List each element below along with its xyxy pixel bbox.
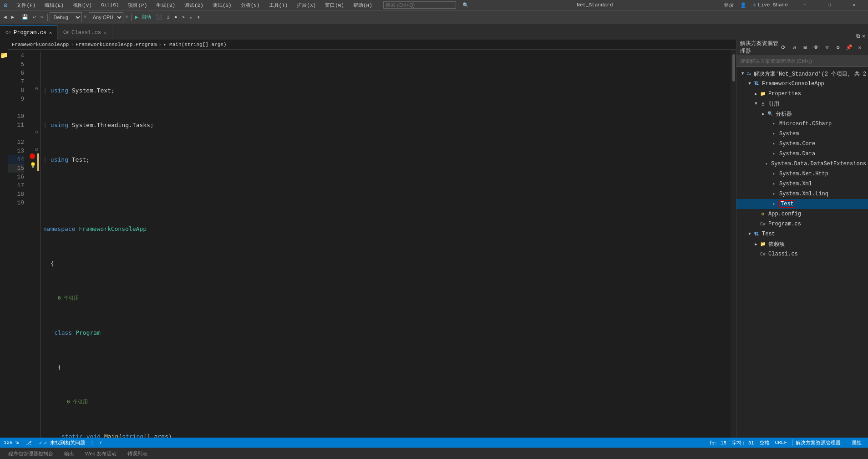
tab-close-program-cs[interactable]: ✕ — [49, 30, 52, 36]
activity-explorer-icon[interactable]: 📁 — [0, 51, 8, 59]
project-test[interactable]: ▼ 🏗 Test — [736, 229, 868, 239]
toolbar-undo[interactable]: ↩ — [31, 12, 38, 22]
fold-10[interactable]: ⊟ — [35, 129, 38, 135]
toolbar-save-all[interactable]: 💾 — [20, 12, 30, 22]
search-input[interactable] — [383, 1, 456, 9]
tree-system-xml-linq[interactable]: ▪ System.Xml.Linq — [736, 189, 868, 199]
breadcrumb-file[interactable]: FrameworkConsoleApp.Program — [76, 42, 157, 47]
menu-extensions[interactable]: 扩展(X) — [295, 2, 318, 9]
status-space[interactable]: 空格 — [760, 439, 770, 446]
fold-12[interactable]: ⊟ — [35, 147, 38, 152]
menu-file[interactable]: 文件(F) — [15, 2, 37, 9]
tree-system-core[interactable]: ▪ System.Core — [736, 139, 868, 149]
se-btn-props[interactable]: ⚙ — [833, 43, 843, 52]
properties-tab-btn[interactable]: 属性 — [849, 439, 864, 446]
menu-build[interactable]: 生成(B) — [154, 2, 177, 9]
tree-system-xml[interactable]: ▪ System.Xml — [736, 179, 868, 189]
toolbar-bp[interactable]: ● — [173, 12, 179, 22]
status-left: 128 % ⎇ ✓ ✓ 未找到相关问题 | ⚡ — [4, 439, 102, 446]
close-editor-btn[interactable]: ✕ — [862, 33, 865, 40]
menu-window[interactable]: 窗口(W) — [323, 2, 346, 9]
tab-program-cs[interactable]: C# Program.cs ✕ — [0, 26, 58, 40]
bottom-tab-output[interactable]: 输出 — [60, 449, 79, 458]
tree-microsoft-csharp[interactable]: ▪ Microsoft.CSharp — [736, 119, 868, 129]
app-icon: ⚙ — [4, 1, 7, 9]
toolbar-step-out[interactable]: ↟ — [195, 12, 202, 22]
se-btn-filter[interactable]: ▽ — [822, 43, 832, 52]
deps-chevron: ▶ — [753, 241, 759, 247]
tree-system[interactable]: ▪ System — [736, 129, 868, 139]
toolbar-more[interactable]: ⬛ — [154, 12, 164, 22]
status-git-icon: ⎇ — [26, 440, 32, 446]
code-line-7 — [43, 190, 731, 199]
se-btn-collapse[interactable]: ⊟ — [801, 43, 810, 52]
login-button[interactable]: 登录 — [721, 2, 736, 9]
solution-root[interactable]: ▼ 🗂 解决方案'Net_Standard'(2 个项目, 共 2 — [736, 69, 868, 79]
bottom-tab-error-list[interactable]: 错误列表 — [123, 449, 152, 458]
menu-project[interactable]: 项目(P) — [126, 2, 149, 9]
ln-9: 9 — [8, 95, 24, 103]
ref-system-core-label: System.Core — [779, 141, 815, 147]
status-right: 行: 15 字符: 31 空格 CRLF 解决方案资源管理器 属性 — [710, 439, 864, 446]
breadcrumb-project[interactable]: FrameworkConsoleApp — [12, 42, 69, 47]
se-btn-refresh[interactable]: ↺ — [790, 43, 799, 52]
toolbar-back[interactable]: ◀ — [2, 12, 9, 22]
menu-analyze[interactable]: 分析(N) — [239, 2, 262, 9]
tab-close-class1-cs[interactable]: ✕ — [104, 30, 107, 36]
breadcrumb-member[interactable]: ▸ Main(string[] args) — [163, 41, 227, 47]
minimize-button[interactable]: − — [794, 0, 815, 10]
code-line-12: static void Main(string[] args) — [43, 432, 731, 438]
solution-explorer-tab-btn[interactable]: 解决方案资源管理器 — [792, 439, 843, 446]
tree-system-net-http[interactable]: ▪ System.Net.Http — [736, 169, 868, 179]
tree-ref-test[interactable]: ▪ Test — [736, 199, 868, 209]
run-button[interactable]: ▶ 启动 — [133, 12, 153, 22]
menu-view[interactable]: 视图(V) — [71, 2, 94, 9]
tree-system-data-dse[interactable]: ▪ System.Data.DataSetExtensions — [736, 159, 868, 169]
solution-search-input[interactable] — [736, 56, 868, 67]
tree-app-config[interactable]: ⚙ App.config — [736, 209, 868, 219]
tree-references[interactable]: ▼ ⚓ 引用 — [736, 99, 868, 109]
tree-class1-cs[interactable]: C# Class1.cs — [736, 249, 868, 259]
menu-git[interactable]: Git(G) — [99, 2, 121, 8]
menu-debug[interactable]: 调试(D) — [183, 2, 205, 9]
tree-program-cs[interactable]: C# Program.cs — [736, 219, 868, 229]
toolbar-attach[interactable]: ⚓ — [165, 12, 172, 22]
debug-mode-select[interactable]: Debug Release — [50, 12, 82, 22]
platform-select[interactable]: Any CPU — [89, 12, 123, 22]
project-framework[interactable]: ▼ 🏗 FrameworkConsoleApp — [736, 79, 868, 89]
se-btn-sync[interactable]: ⟳ — [779, 43, 788, 52]
lightbulb-15[interactable]: 💡 — [30, 162, 36, 169]
toolbar-forward[interactable]: ▶ — [10, 12, 16, 22]
scrollbar[interactable] — [731, 50, 736, 438]
menu-tools[interactable]: 工具(T) — [267, 2, 290, 9]
tab-class1-cs[interactable]: C# Class1.cs ✕ — [58, 26, 112, 40]
live-share-button[interactable]: ⟡ Live Share — [750, 2, 791, 8]
status-zoom[interactable]: 128 % — [4, 440, 19, 445]
status-encoding[interactable]: CRLF — [775, 440, 787, 445]
breakpoint-14[interactable] — [30, 153, 35, 159]
menu-edit[interactable]: 编辑(E) — [43, 2, 66, 9]
split-view-btn[interactable]: ⧉ — [856, 33, 860, 40]
se-panel-pin[interactable]: 📌 — [844, 43, 853, 52]
programcs-icon: C# — [759, 220, 766, 228]
bottom-tab-web-publish[interactable]: Web 发布活动 — [81, 449, 121, 458]
toolbar-step-over[interactable]: ↷ — [180, 12, 187, 22]
se-panel-close[interactable]: ✕ — [855, 43, 864, 52]
tree-dependencies[interactable]: ▶ 📁 依赖项 — [736, 239, 868, 249]
toolbar-redo[interactable]: ↪ — [39, 12, 46, 22]
bottom-tab-package-manager[interactable]: 程序包管理器控制台 — [4, 449, 58, 458]
se-btn-show-all[interactable]: 👁 — [812, 43, 821, 52]
maximize-button[interactable]: □ — [819, 0, 840, 10]
menu-help[interactable]: 帮助(H) — [351, 2, 374, 9]
fold-8[interactable]: ⊟ — [35, 86, 38, 92]
dll-icon-test: ▪ — [770, 200, 777, 208]
close-button[interactable]: ✕ — [843, 0, 864, 10]
menu-test[interactable]: 测试(S) — [211, 2, 233, 9]
code-editor[interactable]: | using System.Text; | using System.Thre… — [41, 50, 731, 438]
status-issues[interactable]: ✓ ✓ 未找到相关问题 — [39, 439, 85, 446]
toolbar-step-into[interactable]: ↡ — [188, 12, 194, 22]
tree-system-data[interactable]: ▪ System.Data — [736, 149, 868, 159]
tree-analyzer[interactable]: ▶ 🔍 分析器 — [736, 109, 868, 119]
scroll-thumb[interactable] — [732, 54, 735, 82]
tree-properties[interactable]: ▶ 📁 Properties — [736, 89, 868, 99]
